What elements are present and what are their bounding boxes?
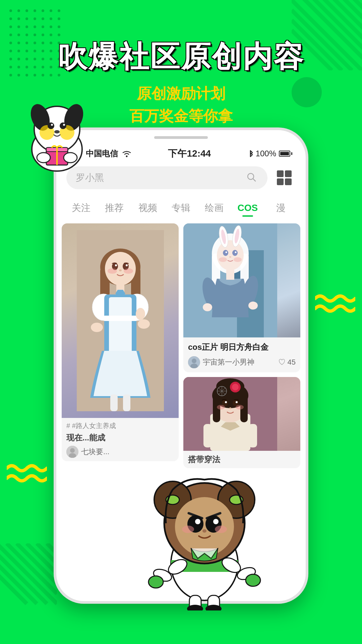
svg-point-0 bbox=[9, 9, 12, 12]
battery-icon bbox=[279, 151, 292, 157]
status-time: 下午12:44 bbox=[168, 147, 211, 160]
svg-point-90 bbox=[51, 124, 53, 126]
svg-point-96 bbox=[37, 153, 50, 163]
svg-point-18 bbox=[42, 25, 44, 28]
maid-cosplay-card[interactable]: # #路人女主养成 现在...能成 七块要... bbox=[62, 223, 179, 461]
svg-point-17 bbox=[34, 25, 36, 28]
svg-point-197 bbox=[195, 519, 200, 524]
svg-point-145 bbox=[229, 256, 231, 258]
bottom-right-image bbox=[183, 377, 300, 451]
svg-point-2 bbox=[25, 9, 28, 12]
tab-drawing[interactable]: 绘画 bbox=[198, 198, 231, 218]
svg-point-142 bbox=[232, 250, 238, 256]
svg-point-140 bbox=[217, 240, 244, 270]
svg-point-4 bbox=[42, 9, 44, 12]
svg-point-21 bbox=[9, 34, 12, 36]
svg-point-117 bbox=[108, 268, 117, 274]
svg-point-92 bbox=[54, 130, 60, 133]
maid-card-desc: 现在...能成 bbox=[66, 432, 174, 443]
svg-rect-130 bbox=[123, 394, 130, 411]
nav-tabs-bar: 关注 推荐 视频 专辑 绘画 COS 漫 bbox=[56, 196, 306, 220]
svg-point-198 bbox=[213, 519, 219, 524]
bottom-right-card-info: 搭带穿法 bbox=[183, 451, 300, 468]
svg-point-199 bbox=[202, 529, 206, 533]
svg-point-89 bbox=[60, 122, 66, 129]
tab-manga[interactable]: 漫 bbox=[264, 198, 298, 218]
svg-rect-180 bbox=[248, 424, 257, 447]
white-hair-card-info: cos正片 明日方舟白金 宇宙第一小男神 bbox=[183, 337, 300, 372]
svg-point-188 bbox=[246, 574, 260, 586]
svg-point-158 bbox=[192, 359, 196, 363]
svg-point-91 bbox=[63, 124, 65, 126]
tab-recommend[interactable]: 推荐 bbox=[98, 198, 131, 218]
svg-rect-129 bbox=[110, 394, 118, 411]
maid-card-info: # #路人女主养成 现在...能成 七块要... bbox=[62, 418, 179, 461]
maid-cosplay-image bbox=[62, 223, 179, 418]
svg-point-174 bbox=[236, 401, 238, 403]
phone-notch bbox=[154, 136, 208, 139]
apps-dot-3 bbox=[277, 178, 284, 185]
svg-rect-179 bbox=[203, 424, 212, 447]
svg-point-201 bbox=[215, 526, 227, 533]
tab-cos[interactable]: COS bbox=[231, 199, 264, 217]
svg-point-1 bbox=[17, 9, 20, 12]
svg-point-144 bbox=[235, 252, 237, 253]
tab-follow[interactable]: 关注 bbox=[64, 198, 98, 218]
svg-point-12 bbox=[50, 17, 52, 20]
maid-card-tag: # #路人女主养成 bbox=[66, 421, 174, 430]
search-placeholder-text: 罗小黑 bbox=[76, 171, 242, 184]
white-hair-image bbox=[183, 223, 300, 337]
white-hair-username: 宇宙第一小男神 bbox=[203, 357, 276, 367]
svg-point-9 bbox=[25, 17, 28, 20]
svg-point-173 bbox=[225, 401, 227, 403]
svg-point-3 bbox=[34, 9, 36, 12]
svg-point-14 bbox=[9, 25, 12, 28]
svg-point-153 bbox=[203, 303, 212, 311]
bottom-right-desc: 搭带穿法 bbox=[188, 454, 296, 465]
bottom-right-card[interactable]: 搭带穿法 bbox=[183, 377, 300, 468]
maid-card-avatar bbox=[66, 446, 78, 458]
svg-point-20 bbox=[58, 25, 60, 28]
white-hair-card-meta: 宇宙第一小男神 45 bbox=[188, 356, 296, 368]
svg-point-8 bbox=[17, 17, 20, 20]
svg-point-128 bbox=[136, 308, 145, 320]
svg-point-126 bbox=[91, 323, 103, 332]
svg-point-102 bbox=[126, 156, 128, 157]
svg-point-5 bbox=[50, 9, 52, 12]
apps-dot-2 bbox=[285, 170, 292, 177]
mascot-girl bbox=[146, 470, 263, 610]
stripe-pattern-bl bbox=[0, 543, 57, 617]
search-icon[interactable] bbox=[246, 172, 258, 184]
apps-menu-button[interactable] bbox=[273, 166, 296, 189]
svg-point-194 bbox=[175, 497, 234, 556]
svg-point-141 bbox=[223, 250, 228, 256]
svg-point-23 bbox=[25, 34, 28, 36]
wifi-icon bbox=[122, 150, 131, 157]
maid-card-username: 七块要... bbox=[81, 447, 174, 457]
page-title: 吹爆社区原创内容 bbox=[0, 37, 362, 77]
white-hair-card[interactable]: cos正片 明日方舟白金 宇宙第一小男神 bbox=[183, 223, 300, 372]
svg-line-104 bbox=[253, 179, 255, 181]
svg-point-185 bbox=[148, 576, 163, 588]
svg-point-156 bbox=[234, 257, 242, 262]
svg-point-143 bbox=[226, 252, 227, 253]
search-box[interactable]: 罗小黑 bbox=[66, 166, 267, 189]
svg-rect-124 bbox=[109, 297, 132, 354]
svg-point-6 bbox=[58, 9, 60, 12]
svg-point-200 bbox=[182, 526, 194, 533]
search-area: 罗小黑 bbox=[66, 166, 296, 189]
svg-point-26 bbox=[50, 34, 52, 36]
svg-point-15 bbox=[17, 25, 20, 28]
svg-point-7 bbox=[9, 17, 12, 20]
svg-point-16 bbox=[25, 25, 28, 28]
mascot-dog bbox=[20, 99, 94, 173]
tab-album[interactable]: 专辑 bbox=[164, 198, 197, 218]
svg-point-175 bbox=[217, 405, 225, 410]
svg-point-118 bbox=[124, 268, 133, 274]
bluetooth-icon bbox=[248, 150, 253, 157]
svg-point-154 bbox=[248, 302, 258, 310]
wave-left-decoration bbox=[7, 462, 47, 490]
svg-point-97 bbox=[64, 153, 77, 163]
tab-video[interactable]: 视频 bbox=[131, 198, 164, 218]
svg-point-155 bbox=[219, 257, 227, 262]
